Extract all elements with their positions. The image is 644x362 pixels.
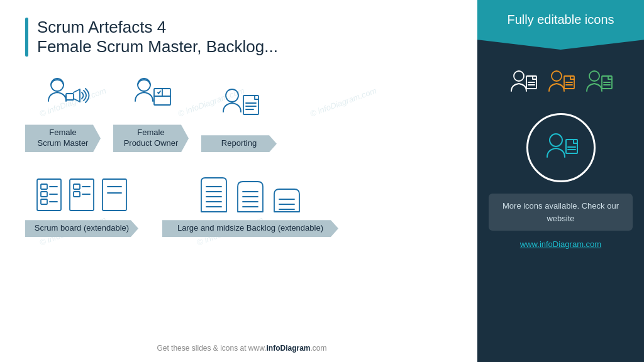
icon-row-2: Scrum board (extendable): [25, 170, 458, 237]
icon-female-scrum-master: FemaleScrum Master: [25, 74, 101, 152]
female-scrum-master-label: FemaleScrum Master: [25, 124, 101, 152]
svg-rect-5: [243, 96, 258, 114]
svg-point-0: [51, 79, 64, 91]
svg-rect-7: [41, 184, 47, 189]
title-line2: Female Scrum Master, Backlog...: [37, 37, 278, 57]
female-scrum-master-visual: [35, 74, 91, 124]
svg-point-41: [589, 71, 599, 81]
title-bar: [25, 18, 28, 57]
female-product-owner-icon: [123, 75, 179, 124]
title-line1: Scrum Artefacts 4: [37, 18, 278, 37]
svg-point-33: [514, 71, 524, 81]
icon-female-product-owner: FemaleProduct Owner: [113, 74, 189, 152]
backlog-large-icon: [197, 175, 230, 214]
footer: Get these slides & icons at www.infoDiag…: [25, 339, 458, 353]
title-block: Scrum Artefacts 4 Female Scrum Master, B…: [25, 18, 458, 57]
sidebar-heading: Fully editable icons: [484, 11, 638, 28]
scrum-board-visual: [35, 170, 129, 220]
main-area: Scrum Artefacts 4 Female Scrum Master, B…: [0, 0, 477, 362]
sidebar-icons-row: [501, 69, 621, 97]
scrum-board-icon-1: [35, 177, 64, 213]
sidebar-icon-orange: [545, 69, 577, 97]
backlog-mid-icon: [234, 175, 267, 214]
scrum-board-icon-2: [67, 177, 96, 213]
svg-point-45: [550, 134, 562, 146]
svg-rect-9: [41, 199, 47, 204]
sidebar-icon-white: [508, 69, 539, 97]
sidebar-circle: [526, 113, 596, 182]
svg-rect-18: [103, 179, 126, 211]
svg-point-37: [552, 71, 562, 81]
svg-rect-1: [66, 94, 74, 100]
sidebar-more-box: More icons available. Check our website: [489, 194, 633, 231]
icon-reporting: Reporting: [201, 85, 277, 152]
sidebar-icon-green: [583, 69, 614, 97]
svg-rect-8: [41, 192, 47, 197]
female-product-owner-label: FemaleProduct Owner: [113, 124, 189, 152]
icon-row-1: FemaleScrum Master: [25, 74, 458, 152]
icon-scrum-board: Scrum board (extendable): [25, 170, 138, 237]
backlog-label: Large and midsize Backlog (extendable): [162, 220, 338, 237]
svg-rect-15: [74, 192, 80, 197]
brand-name: infoDiagram: [267, 344, 311, 353]
reporting-label: Reporting: [201, 135, 277, 152]
scrum-board-icon-3: [100, 177, 129, 213]
svg-point-2: [138, 79, 150, 91]
sidebar-circle-icon: [542, 131, 580, 165]
sidebar-header: Fully editable icons: [477, 0, 644, 50]
sidebar-link[interactable]: www.infoDiagram.com: [520, 239, 601, 249]
backlog-visual: [197, 170, 303, 220]
icon-backlog: Large and midsize Backlog (extendable): [162, 170, 338, 237]
icons-section: FemaleScrum Master: [25, 74, 458, 339]
reporting-icon: [211, 85, 267, 134]
more-text: More icons available. Check our website: [502, 201, 619, 223]
svg-point-4: [226, 89, 238, 102]
sidebar: Fully editable icons: [477, 0, 644, 362]
scrum-board-label: Scrum board (extendable): [25, 220, 138, 237]
title-text: Scrum Artefacts 4 Female Scrum Master, B…: [37, 18, 278, 57]
svg-rect-14: [74, 184, 80, 189]
female-product-owner-visual: [123, 74, 179, 124]
female-scrum-master-icon: [35, 75, 91, 124]
backlog-small-icon: [270, 175, 303, 214]
reporting-visual: [211, 85, 267, 135]
